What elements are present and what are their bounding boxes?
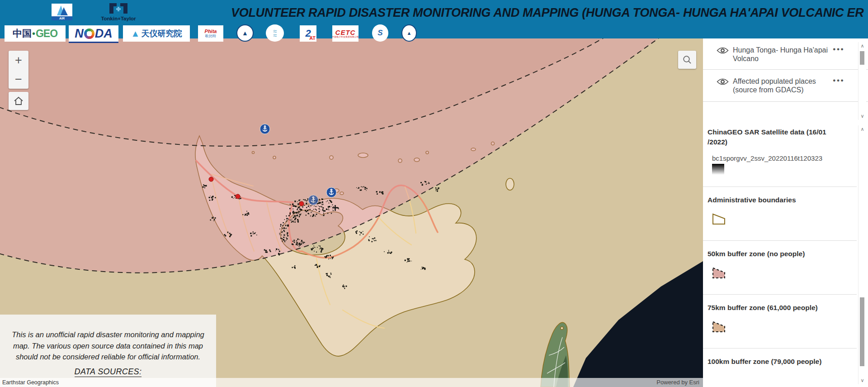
tonkin-taylor-label: Tonkin+Taylor <box>96 16 141 21</box>
star-triangle-icon: ▲ <box>407 30 412 36</box>
data-sources-link[interactable]: DATA SOURCES: <box>75 367 142 377</box>
admin-boundary-symbol <box>711 210 728 227</box>
legend-item-label: bc1sporgvv_2ssv_20220116t120323 <box>712 154 852 162</box>
cetc-label: CETC <box>335 29 356 36</box>
buffer-75km-symbol <box>711 317 728 334</box>
legend-section-title: Administrative boundaries <box>708 195 843 205</box>
legend-scrollbar[interactable]: ∧ ∨ <box>858 125 866 384</box>
visibility-eye-icon[interactable] <box>717 47 729 56</box>
cetc-cn-label: 中国电子科技集团有限公司 <box>332 36 359 38</box>
casc-triangle-icon: ▲ <box>242 29 248 37</box>
page-title: VOLUNTEER RAPID DISASTER MONITORING AND … <box>231 6 864 20</box>
layer-item-volcano[interactable]: Hunga Tonga- Hunga Ha'apai Volcano ●●● <box>703 38 868 69</box>
noda-o-icon <box>84 29 94 39</box>
china-geo-en-label: GEO <box>36 28 57 40</box>
layer-options-ellipsis-icon[interactable]: ●●● <box>833 45 844 53</box>
powered-by-esri: Powered by Esri <box>656 379 699 386</box>
air-logo-label: AIR <box>52 16 72 20</box>
zoom-in-button[interactable]: + <box>9 52 28 68</box>
tonkin-taylor-icon <box>108 2 128 15</box>
scroll-down-icon[interactable]: ∨ <box>859 377 866 383</box>
layer-list-divider <box>703 101 868 102</box>
two-at-logo: 2 AT <box>300 25 316 42</box>
legend-section-sar: ChinaGEO SAR Satellite data (16/01 /2022… <box>703 119 857 187</box>
layer-item-affected-places[interactable]: Affected populated places (source from G… <box>703 69 868 100</box>
legend-section-title: 100km buffer zone (79,000 people) <box>708 357 843 367</box>
scroll-down-icon[interactable]: ∨ <box>859 113 866 119</box>
home-button[interactable] <box>9 92 28 110</box>
layer-label[interactable]: Affected populated places (source from G… <box>733 77 841 94</box>
satellite-swirl-seal-logo: S <box>372 24 388 42</box>
scrollbar-thumb[interactable] <box>860 51 864 65</box>
legend-section-title: 50km buffer zone (no people) <box>708 249 843 259</box>
satellite-star-seal-logo: ▲ <box>401 24 417 42</box>
china-geo-logo: 中国 • GEO <box>5 25 66 42</box>
disclaimer-text: This is an unofficial rapid disaster mon… <box>6 329 210 363</box>
zoom-out-button[interactable]: − <box>9 71 28 87</box>
layer-label[interactable]: Hunga Tonga- Hunga Ha'apai Volcano <box>733 46 841 63</box>
buffer-50km-symbol <box>711 263 728 281</box>
ocean-seal-logo: ≈ ≈ <box>266 24 284 42</box>
cetc-logo: CETC 中国电子科技集团有限公司 <box>332 25 359 42</box>
legend-panel: ChinaGEO SAR Satellite data (16/01 /2022… <box>703 119 857 378</box>
wave-icon-2: ≈ <box>273 33 277 37</box>
layers-legend-sidebar: Hunga Tonga- Hunga Ha'apai Volcano ●●● A… <box>703 38 868 387</box>
orbita-en-label: Phita <box>205 29 217 34</box>
noda-logo: N DA <box>69 25 118 43</box>
china-geo-cn-label: 中国 <box>13 27 32 40</box>
tianyi-triangle-icon: ▲ <box>131 29 140 39</box>
legend-section-title: 75km buffer zone (61,000 people) <box>708 303 843 313</box>
casc-seal-logo: ▲ <box>236 24 254 42</box>
china-geo-dot: • <box>32 29 35 39</box>
air-logo: AIR <box>52 4 72 20</box>
home-icon <box>13 96 24 106</box>
attribution-basemap: Earthstar Geographics <box>2 379 59 386</box>
orbita-logo: Phita 欧比特 <box>198 25 223 42</box>
scroll-up-icon[interactable]: ∧ <box>859 43 866 49</box>
search-icon <box>682 54 693 65</box>
legend-section-admin: Administrative boundaries <box>703 187 857 241</box>
attribution-bar: Earthstar Geographics Powered by Esri <box>0 378 703 387</box>
scrollbar-thumb[interactable] <box>860 297 864 366</box>
disclaimer-panel: This is an unofficial rapid disaster mon… <box>0 315 216 387</box>
orbita-cn-label: 欧比特 <box>205 34 216 38</box>
tonkin-taylor-logo: Tonkin+Taylor <box>96 1 141 22</box>
scroll-up-icon[interactable]: ∧ <box>859 126 866 132</box>
noda-n-label: N <box>75 27 84 41</box>
visibility-eye-icon[interactable] <box>717 78 729 87</box>
tianyi-logo: ▲ 天仪研究院 <box>123 25 190 42</box>
grayscale-gradient-swatch <box>712 164 724 175</box>
zoom-control[interactable]: + − <box>9 51 28 89</box>
swirl-icon: S <box>377 29 382 38</box>
header-bar: VOLUNTEER RAPID DISASTER MONITORING AND … <box>0 0 868 38</box>
search-button[interactable] <box>678 51 696 69</box>
layer-options-ellipsis-icon[interactable]: ●●● <box>833 76 844 85</box>
legend-section-75km: 75km buffer zone (61,000 people) <box>703 295 857 349</box>
layer-list-scrollbar[interactable]: ∧ ∨ <box>858 42 866 120</box>
legend-section-100km: 100km buffer zone (79,000 people) <box>703 349 857 378</box>
tianyi-label: 天仪研究院 <box>141 28 182 39</box>
legend-section-title: ChinaGEO SAR Satellite data (16/01 /2022… <box>708 127 843 147</box>
app-window: VOLUNTEER RAPID DISASTER MONITORING AND … <box>0 0 868 387</box>
two-at-at-label: AT <box>309 35 316 41</box>
map-canvas[interactable]: + − This is an unofficial rapid disaster… <box>0 38 703 387</box>
noda-da-label: DA <box>95 27 113 41</box>
legend-section-50km: 50km buffer zone (no people) <box>703 241 857 295</box>
